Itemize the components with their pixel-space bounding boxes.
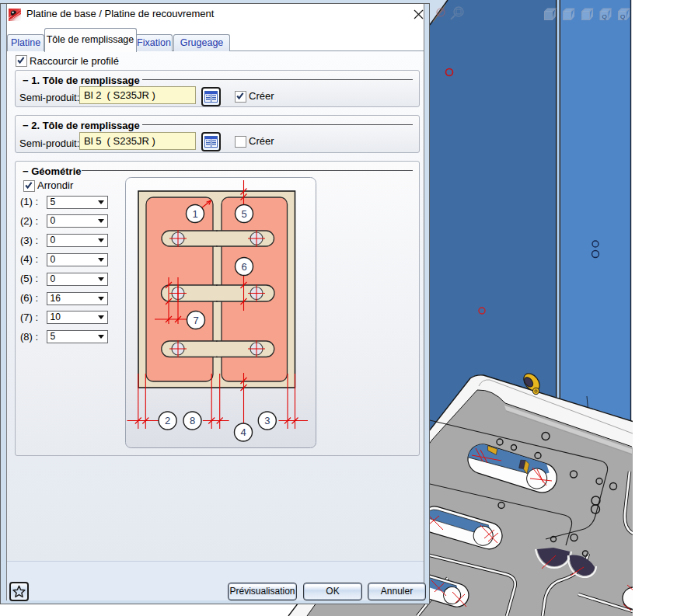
svg-text:8: 8: [190, 415, 195, 426]
svg-text:2: 2: [165, 415, 170, 426]
svg-text:5: 5: [241, 208, 246, 220]
svg-text:1: 1: [192, 208, 197, 220]
svg-text:3: 3: [264, 415, 270, 426]
svg-text:7: 7: [193, 315, 198, 326]
svg-text:Q: Q: [620, 13, 625, 20]
svg-text:Q: Q: [602, 13, 607, 20]
svg-text:4: 4: [240, 426, 246, 438]
svg-text:6: 6: [241, 261, 246, 273]
